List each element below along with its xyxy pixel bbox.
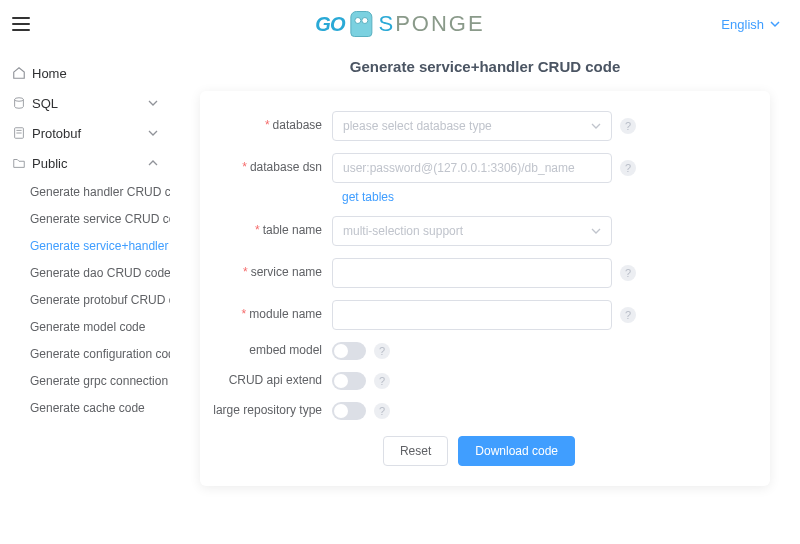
dsn-input[interactable] — [332, 153, 612, 183]
get-tables-link[interactable]: get tables — [342, 190, 394, 204]
sidebar-subitem[interactable]: Generate dao CRUD code — [0, 259, 170, 286]
header: GO SPONGE English — [0, 0, 800, 48]
sidebar-item-label: Home — [32, 66, 67, 81]
form-row-table-name: *table name multi-selection support — [212, 216, 746, 246]
database-label: *database — [212, 118, 332, 134]
help-icon[interactable]: ? — [620, 118, 636, 134]
get-tables-row: get tables — [342, 189, 746, 204]
menu-toggle-icon[interactable] — [12, 17, 30, 31]
sidebar-item-label: Protobuf — [32, 126, 81, 141]
sidebar-item-label: Public — [32, 156, 67, 171]
chevron-up-icon — [148, 158, 158, 168]
help-icon[interactable]: ? — [620, 160, 636, 176]
document-icon — [12, 126, 26, 140]
service-name-label: *service name — [212, 265, 332, 281]
sidebar-item-label: SQL — [32, 96, 58, 111]
large-repo-label: large repository type — [212, 403, 332, 419]
help-icon[interactable]: ? — [374, 343, 390, 359]
form-row-service-name: *service name ? — [212, 258, 746, 288]
sidebar-item-public[interactable]: Public — [0, 148, 170, 178]
sidebar-subitem[interactable]: Generate cache code — [0, 394, 170, 421]
crud-api-extend-switch[interactable] — [332, 372, 366, 390]
sidebar-subitem[interactable]: Generate service+handler CRUD — [0, 232, 170, 259]
database-select[interactable]: please select database type — [332, 111, 612, 141]
form-row-embed-model: embed model ? — [212, 342, 746, 360]
svg-point-0 — [15, 98, 24, 102]
sidebar-subitem[interactable]: Generate grpc connection code — [0, 367, 170, 394]
sidebar-subitem[interactable]: Generate configuration code — [0, 340, 170, 367]
module-name-label: *module name — [212, 307, 332, 323]
sidebar-subitem[interactable]: Generate protobuf CRUD code — [0, 286, 170, 313]
sidebar-item-home[interactable]: Home — [0, 58, 170, 88]
dsn-label: *database dsn — [212, 160, 332, 176]
form-card: *database please select database type ? … — [200, 91, 770, 486]
folder-icon — [12, 156, 26, 170]
form-row-dsn: *database dsn ? — [212, 153, 746, 183]
sidebar-subitem[interactable]: Generate handler CRUD code — [0, 178, 170, 205]
chevron-down-icon — [770, 19, 780, 29]
chevron-down-icon — [591, 226, 601, 236]
logo-sponge-text: SPONGE — [378, 11, 484, 37]
crud-api-extend-label: CRUD api extend — [212, 373, 332, 389]
large-repo-switch[interactable] — [332, 402, 366, 420]
form-row-crud-api-extend: CRUD api extend ? — [212, 372, 746, 390]
help-icon[interactable]: ? — [374, 373, 390, 389]
chevron-down-icon — [591, 121, 601, 131]
gopher-icon — [350, 11, 372, 37]
chevron-down-icon — [148, 128, 158, 138]
form-actions: Reset Download code — [212, 436, 746, 466]
chevron-down-icon — [148, 98, 158, 108]
form-row-large-repo: large repository type ? — [212, 402, 746, 420]
language-selector[interactable]: English — [721, 17, 780, 32]
select-placeholder: multi-selection support — [343, 224, 463, 238]
table-name-label: *table name — [212, 223, 332, 239]
sidebar-item-protobuf[interactable]: Protobuf — [0, 118, 170, 148]
form-row-database: *database please select database type ? — [212, 111, 746, 141]
sidebar-item-sql[interactable]: SQL — [0, 88, 170, 118]
service-name-input[interactable] — [332, 258, 612, 288]
sidebar-subitem[interactable]: Generate service CRUD code — [0, 205, 170, 232]
database-icon — [12, 96, 26, 110]
page-title: Generate service+handler CRUD code — [200, 58, 770, 75]
help-icon[interactable]: ? — [620, 265, 636, 281]
help-icon[interactable]: ? — [620, 307, 636, 323]
select-placeholder: please select database type — [343, 119, 492, 133]
sidebar-subitem[interactable]: Generate model code — [0, 313, 170, 340]
sidebar: Home SQL Protobuf Public Generate handle… — [0, 48, 170, 544]
language-label: English — [721, 17, 764, 32]
home-icon — [12, 66, 26, 80]
main-content: Generate service+handler CRUD code *data… — [170, 48, 800, 544]
module-name-input[interactable] — [332, 300, 612, 330]
embed-model-switch[interactable] — [332, 342, 366, 360]
table-name-select[interactable]: multi-selection support — [332, 216, 612, 246]
reset-button[interactable]: Reset — [383, 436, 448, 466]
download-code-button[interactable]: Download code — [458, 436, 575, 466]
logo: GO SPONGE — [315, 11, 484, 37]
form-row-module-name: *module name ? — [212, 300, 746, 330]
help-icon[interactable]: ? — [374, 403, 390, 419]
logo-go-text: GO — [315, 13, 344, 36]
embed-model-label: embed model — [212, 343, 332, 359]
